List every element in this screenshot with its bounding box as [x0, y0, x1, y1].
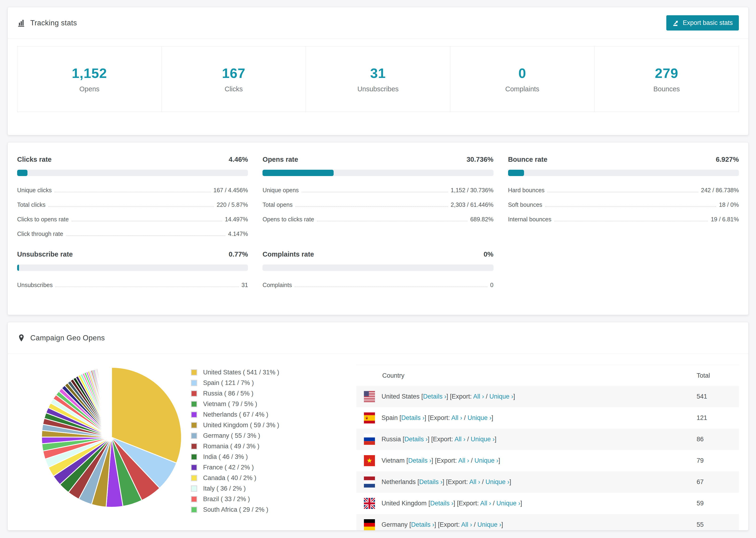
stat-value: 31	[370, 65, 386, 81]
rate-block-complaints-rate: Complaints rate0%Complaints0	[262, 250, 493, 289]
rate-title: Unsubscribe rate	[17, 250, 73, 258]
rate-progress-track	[17, 170, 248, 176]
rate-progress-track	[508, 170, 739, 176]
export-unique-link[interactable]: Unique ›	[474, 457, 499, 464]
stat-value: 167	[222, 65, 245, 81]
stat-box-unsubscribes: 31Unsubscribes	[306, 46, 450, 112]
export-all-link[interactable]: All ›	[451, 414, 462, 421]
dotted-leader	[547, 192, 698, 192]
details-link[interactable]: Details ›	[401, 414, 424, 421]
rate-detail-rows: Unique opens1,152 / 30.736%Total opens2,…	[262, 187, 493, 223]
rate-detail-value: 2,303 / 61.446%	[451, 201, 494, 208]
legend-label: Germany ( 55 / 3% )	[203, 432, 260, 439]
export-unique-link[interactable]: Unique ›	[471, 436, 495, 443]
legend-item: Brazil ( 33 / 2% )	[191, 496, 319, 503]
tracking-stats-body: 1,152Opens167Clicks31Unsubscribes0Compla…	[8, 39, 748, 135]
legend-item: Netherlands ( 67 / 4% )	[191, 411, 319, 418]
rate-detail-value: 31	[242, 282, 248, 289]
rates-card: Clicks rate4.46%Unique clicks167 / 4.456…	[8, 142, 748, 315]
geo-country-text: Netherlands [Details ›] [Export: All › /…	[382, 478, 511, 485]
rate-detail-row: Click through rate4.147%	[17, 231, 248, 237]
rate-detail-label: Total clicks	[17, 201, 45, 208]
rate-detail-label: Total opens	[262, 201, 293, 208]
details-link[interactable]: Details ›	[423, 393, 446, 400]
export-unique-link[interactable]: Unique ›	[489, 393, 513, 400]
rate-detail-value: 1,152 / 30.736%	[451, 187, 494, 194]
geo-table-row-us: United States [Details ›] [Export: All ›…	[356, 386, 739, 407]
export-all-link[interactable]: All ›	[469, 478, 480, 485]
legend-item: Italy ( 36 / 2% )	[191, 485, 319, 492]
stat-value: 0	[518, 65, 526, 81]
rate-title: Clicks rate	[17, 156, 52, 163]
geo-country-cell: Vietnam [Details ›] [Export: All › / Uni…	[356, 450, 697, 471]
rate-detail-label: Internal bounces	[508, 216, 552, 223]
geo-table-header-total: Total	[697, 365, 739, 386]
rate-progress-fill	[17, 265, 19, 271]
rate-detail-value: 220 / 5.87%	[217, 201, 248, 208]
export-unique-link[interactable]: Unique ›	[477, 521, 501, 528]
geo-total-cell: 121	[697, 407, 739, 429]
legend-swatch	[191, 369, 197, 376]
geo-opens-header: Campaign Geo Opens	[8, 322, 748, 354]
geo-table-row-ru: Russia [Details ›] [Export: All › / Uniq…	[356, 429, 739, 450]
geo-country-text: United Kingdom [Details ›] [Export: All …	[382, 500, 522, 507]
country-name: Netherlands	[382, 478, 416, 485]
rate-detail-row: Opens to clicks rate689.82%	[262, 216, 493, 223]
rate-detail-value: 18 / 0%	[719, 201, 739, 208]
rate-detail-value: 14.497%	[225, 216, 248, 223]
legend-label: India ( 46 / 3% )	[203, 453, 248, 460]
legend-swatch	[191, 411, 197, 418]
legend-swatch	[191, 433, 197, 439]
flag-icon-nl	[364, 476, 375, 488]
rate-block-opens-rate: Opens rate30.736%Unique opens1,152 / 30.…	[262, 156, 493, 237]
details-link[interactable]: Details ›	[411, 521, 434, 528]
dotted-leader	[302, 192, 448, 192]
export-all-link[interactable]: All ›	[455, 436, 465, 443]
geo-total-cell: 79	[697, 450, 739, 471]
flag-icon-gb	[364, 498, 375, 509]
export-basic-stats-button[interactable]: Export basic stats	[666, 15, 739, 30]
legend-label: United Kingdom ( 59 / 3% )	[203, 422, 279, 429]
stat-box-bounces: 279Bounces	[594, 46, 739, 112]
export-all-link[interactable]: All ›	[480, 500, 491, 507]
legend-label: Italy ( 36 / 2% )	[203, 485, 246, 492]
rates-grid: Clicks rate4.46%Unique clicks167 / 4.456…	[17, 156, 739, 289]
rate-detail-value: 242 / 86.738%	[701, 187, 739, 194]
rate-detail-value: 19 / 6.81%	[711, 216, 739, 223]
details-link[interactable]: Details ›	[408, 457, 432, 464]
export-all-link[interactable]: All ›	[473, 393, 484, 400]
rate-percent: 4.46%	[229, 156, 248, 163]
legend-item: India ( 46 / 3% )	[191, 453, 319, 460]
legend-swatch	[191, 390, 197, 397]
geo-pie-chart	[17, 354, 191, 509]
rate-detail-row: Unique opens1,152 / 30.736%	[262, 187, 493, 194]
export-unique-link[interactable]: Unique ›	[486, 478, 510, 485]
rate-block-clicks-rate: Clicks rate4.46%Unique clicks167 / 4.456…	[17, 156, 248, 237]
details-link[interactable]: Details ›	[419, 478, 443, 485]
geo-table: Country Total United States [Details ›] …	[356, 365, 739, 530]
geo-table-header-country: Country	[356, 365, 697, 386]
rate-detail-row: Unsubscribes31	[17, 282, 248, 289]
rate-header: Complaints rate0%	[262, 250, 493, 258]
geo-total-cell: 67	[697, 471, 739, 493]
details-link[interactable]: Details ›	[430, 500, 453, 507]
details-link[interactable]: Details ›	[405, 436, 428, 443]
legend-label: Romania ( 49 / 3% )	[203, 443, 259, 450]
flag-icon-ru	[364, 434, 375, 445]
export-unique-link[interactable]: Unique ›	[496, 500, 520, 507]
legend-label: Canada ( 40 / 2% )	[203, 474, 256, 482]
tracking-stats-title: Tracking stats	[17, 19, 77, 27]
geo-table-row-nl: Netherlands [Details ›] [Export: All › /…	[356, 471, 739, 493]
legend-label: Vietnam ( 79 / 5% )	[203, 401, 257, 408]
export-unique-link[interactable]: Unique ›	[467, 414, 491, 421]
legend-swatch	[191, 443, 197, 450]
export-all-link[interactable]: All ›	[461, 521, 472, 528]
export-all-link[interactable]: All ›	[458, 457, 469, 464]
legend-label: Netherlands ( 67 / 4% )	[203, 411, 268, 418]
rate-header: Opens rate30.736%	[262, 156, 493, 163]
geo-total-cell: 86	[697, 429, 739, 450]
summary-stats-row: 1,152Opens167Clicks31Unsubscribes0Compla…	[17, 46, 739, 112]
rate-progress-fill	[508, 170, 524, 176]
legend-swatch	[191, 380, 197, 386]
dotted-leader	[54, 192, 211, 192]
